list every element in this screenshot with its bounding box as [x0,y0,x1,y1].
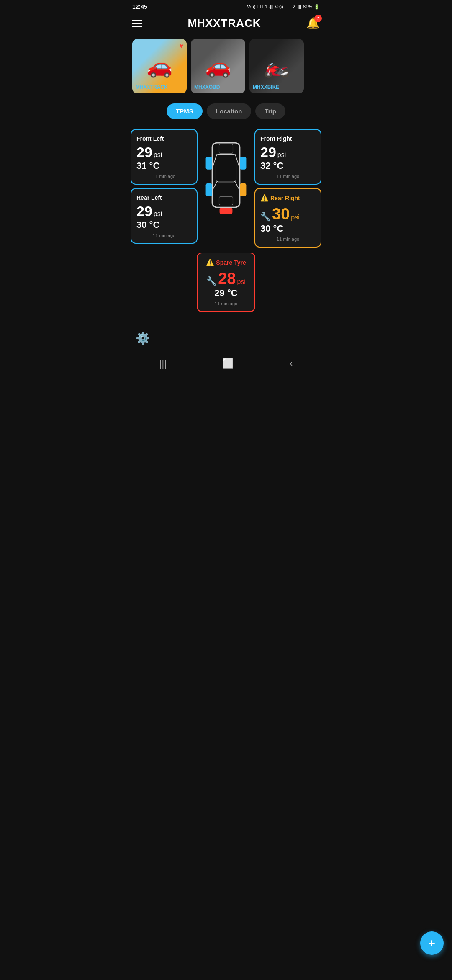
vehicle-image-mhxxobd: 🚗 [205,54,231,78]
app-title: MHXXTRACK [187,17,261,30]
vehicle-card-mhxxbike[interactable]: 🏍️ MHXXBIKE [249,39,304,93]
vehicle-cards-list: 🚗 ♥ MHXXTRACK 🚗 MHXXOBD 🏍️ MHXXBIKE [126,35,326,98]
tab-trip[interactable]: Trip [255,103,285,119]
tire-temp-rear-left: 30 °C [136,219,192,230]
tire-card-rear-right: ⚠️ Rear Right 🔧 30 psi 30 °C 11 min ago [254,188,321,248]
battery-icon: 🔋 [314,4,320,10]
notification-badge: 7 [314,15,322,22]
svg-line-2 [213,155,217,166]
tire-card-front-left: Front Left 29 psi 31 °C 11 min ago [131,129,198,185]
tire-time-spare: 11 min ago [206,301,246,306]
tire-label-front-right: Front Right [260,135,316,142]
tire-time-front-left: 11 min ago [136,174,192,179]
vehicle-image-mhxxbike: 🏍️ [264,54,290,78]
battery-status: 81% [303,4,312,9]
home-button[interactable]: ⬜ [222,358,234,369]
vehicle-card-mhxxtrack[interactable]: 🚗 ♥ MHXXTRACK [132,39,187,93]
tire-temp-rear-right: 30 °C [260,223,316,234]
tire-card-rear-left: Rear Left 29 psi 30 °C 11 min ago [131,188,198,244]
tire-card-spare: ⚠️ Spare Tyre 🔧 28 psi 29 °C 11 min ago [197,253,255,312]
status-time: 12:45 [132,3,147,10]
back-button[interactable]: ‹ [290,358,293,369]
recents-button[interactable]: ||| [159,358,167,369]
tpms-section: Front Left 29 psi 31 °C 11 min ago [126,125,326,316]
svg-rect-6 [219,144,233,153]
svg-line-3 [235,155,239,166]
tire-label-rear-left: Rear Left [136,194,192,201]
vehicle-label-mhxxobd: MHXXOBD [194,84,220,90]
tire-icon-rear-right: 🔧 [260,211,271,222]
tire-temp-front-left: 31 °C [136,160,192,171]
car-svg [201,129,251,221]
tire-unit-spare: psi [237,278,245,286]
tire-pressure-front-left: 29 [136,144,152,160]
tire-label-rear-right: Rear Right [270,194,300,202]
tire-pressure-rear-right: 30 [272,205,290,223]
status-icons: Vo)) LTE1 ·||| Vo)) LTE2 ·||| 81% 🔋 [247,4,320,10]
tab-location[interactable]: Location [207,103,252,119]
svg-rect-10 [206,183,212,196]
tire-pressure-rear-left: 29 [136,203,152,219]
tire-time-front-right: 11 min ago [260,174,316,179]
tire-temp-front-right: 32 °C [260,160,316,171]
tire-time-rear-left: 11 min ago [136,233,192,238]
svg-rect-8 [206,157,212,170]
svg-rect-1 [216,155,236,182]
svg-rect-0 [212,143,240,207]
bottom-nav: ⚙️ [126,325,326,352]
tire-pressure-spare: 28 [218,270,236,288]
tab-bar: TPMS Location Trip [126,98,326,125]
spare-row: ⚠️ Spare Tyre 🔧 28 psi 29 °C 11 min ago [131,253,321,312]
engine-icon[interactable]: ⚙️ [136,331,150,345]
vehicle-card-mhxxobd[interactable]: 🚗 MHXXOBD [191,39,245,93]
tire-label-front-left: Front Left [136,135,192,142]
favorite-icon: ♥ [180,42,184,50]
network-status: Vo)) LTE1 ·||| Vo)) LTE2 ·||| [247,4,301,9]
vehicle-label-mhxxbike: MHXXBIKE [253,84,279,90]
vehicle-image-mhxxtrack: 🚗 [146,54,172,78]
header: MHXXTRACK 🔔 7 [126,12,326,35]
tab-tpms[interactable]: TPMS [167,103,203,119]
tire-unit-rear-right: psi [291,214,299,221]
tire-temp-spare: 29 °C [206,288,246,299]
svg-rect-11 [240,183,246,196]
tire-unit-front-right: psi [277,151,286,159]
warning-icon-spare: ⚠️ [206,258,214,266]
warning-icon-rear-right: ⚠️ [260,194,269,202]
tire-icon-spare: 🔧 [206,276,217,286]
tire-label-spare: Spare Tyre [216,259,246,266]
tire-unit-rear-left: psi [154,210,162,218]
svg-line-5 [235,182,239,189]
tire-unit-front-left: psi [154,151,162,159]
tire-pressure-front-right: 29 [260,144,276,160]
car-diagram [201,129,251,221]
status-bar: 12:45 Vo)) LTE1 ·||| Vo)) LTE2 ·||| 81% … [126,0,326,12]
svg-line-4 [213,182,217,189]
vehicle-label-mhxxtrack: MHXXTRACK [136,84,168,90]
sys-nav: ||| ⬜ ‹ [126,352,326,375]
svg-rect-7 [219,197,233,205]
svg-rect-12 [220,208,233,214]
svg-rect-9 [240,157,246,170]
menu-button[interactable] [132,20,142,27]
notification-bell[interactable]: 🔔 7 [306,17,320,30]
tire-time-rear-right: 11 min ago [260,237,316,242]
tire-card-front-right: Front Right 29 psi 32 °C 11 min ago [254,129,321,185]
